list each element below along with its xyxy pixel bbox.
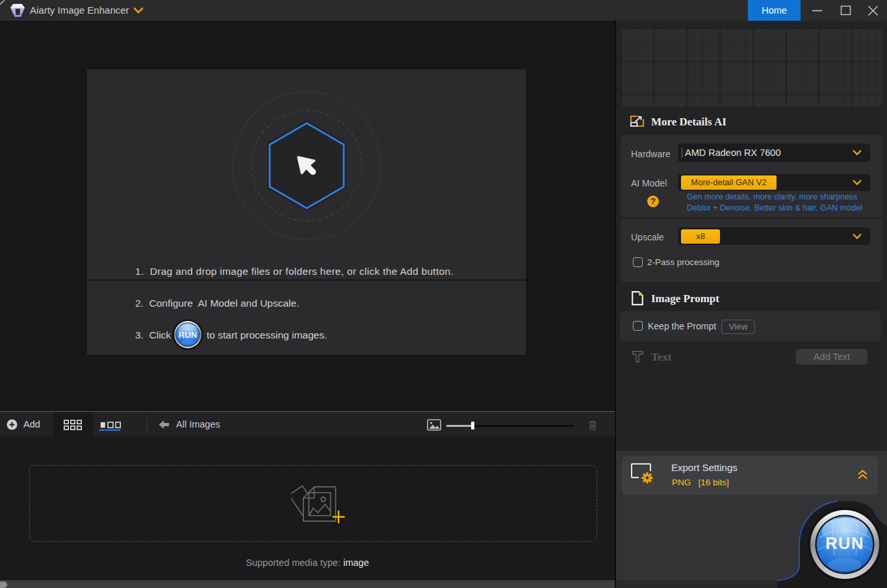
svg-text:RUN: RUN — [825, 534, 864, 552]
svg-text:RUN: RUN — [179, 330, 197, 340]
